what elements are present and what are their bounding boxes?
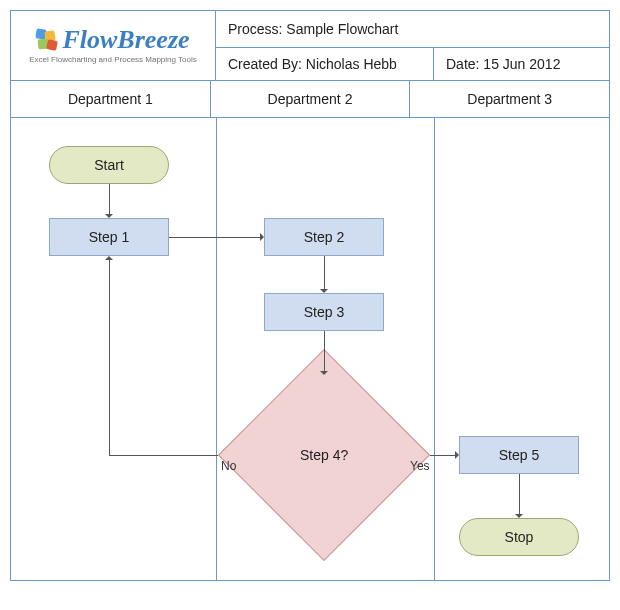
edge (430, 455, 455, 456)
node-label: Step 3 (304, 304, 344, 320)
date-cell: Date: 15 Jun 2012 (434, 48, 609, 80)
logo-icon (36, 29, 58, 51)
header: FlowBreeze Excel Flowcharting and Proces… (11, 11, 609, 81)
edge (109, 260, 110, 455)
edge (169, 237, 260, 238)
node-label: Step 4? (300, 447, 348, 463)
created-label: Created By: (228, 56, 302, 72)
created-value: Nicholas Hebb (306, 56, 397, 72)
edge-label-yes: Yes (410, 459, 430, 473)
logo-cell: FlowBreeze Excel Flowcharting and Proces… (11, 11, 216, 81)
arrowhead-icon (455, 451, 463, 459)
flowchart-frame: FlowBreeze Excel Flowcharting and Proces… (10, 10, 610, 581)
node-label: Start (94, 157, 124, 173)
edge (109, 184, 110, 214)
date-label: Date: (446, 56, 479, 72)
node-label: Step 5 (499, 447, 539, 463)
tagline: Excel Flowcharting and Process Mapping T… (29, 55, 197, 64)
arrowhead-icon (320, 289, 328, 297)
edge-label-no: No (221, 459, 236, 473)
arrowhead-icon (260, 233, 268, 241)
node-label: Step 2 (304, 229, 344, 245)
process-step3: Step 3 (264, 293, 384, 331)
canvas: Start Step 1 Step 2 Step 3 Step 4? Step … (11, 118, 609, 580)
process-step5: Step 5 (459, 436, 579, 474)
arrowhead-icon (105, 252, 113, 260)
process-value: Sample Flowchart (286, 21, 398, 37)
decision-step4: Step 4? (218, 349, 430, 561)
lane-headers: Department 1 Department 2 Department 3 (11, 81, 609, 118)
process-step2: Step 2 (264, 218, 384, 256)
lane-header-2: Department 2 (210, 81, 410, 117)
lane-divider (216, 118, 217, 580)
arrowhead-icon (320, 371, 328, 379)
edge (109, 455, 218, 456)
terminator-stop: Stop (459, 518, 579, 556)
brand-name: FlowBreeze (62, 27, 189, 53)
lane-divider (434, 118, 435, 580)
edge (519, 474, 520, 514)
date-value: 15 Jun 2012 (483, 56, 560, 72)
process-label: Process: (228, 21, 282, 37)
edge (324, 256, 325, 289)
lane-header-3: Department 3 (409, 81, 609, 117)
process-step1: Step 1 (49, 218, 169, 256)
terminator-start: Start (49, 146, 169, 184)
process-row: Process: Sample Flowchart (216, 11, 609, 48)
lane-header-1: Department 1 (11, 81, 210, 117)
arrowhead-icon (105, 214, 113, 222)
node-label: Step 1 (89, 229, 129, 245)
edge (324, 331, 325, 371)
node-label: Stop (505, 529, 534, 545)
arrowhead-icon (515, 514, 523, 522)
created-cell: Created By: Nicholas Hebb (216, 48, 434, 80)
